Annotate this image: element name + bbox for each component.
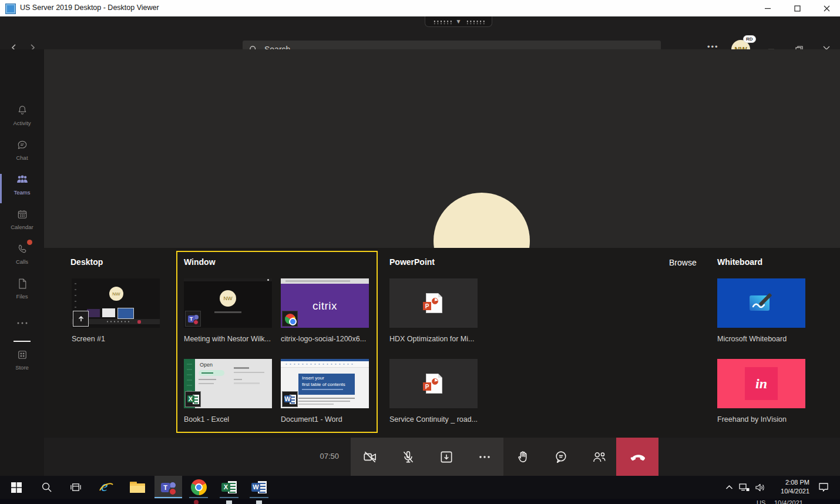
- mini-line: [234, 367, 249, 369]
- tile-label: Microsoft Whiteboard: [717, 335, 810, 343]
- tile-label: Meeting with Nestor Wilk...: [184, 335, 277, 343]
- teams-people-icon: [16, 174, 29, 186]
- task-view-icon: [70, 482, 81, 493]
- sidebar-item-activity[interactable]: Activity: [0, 105, 44, 126]
- remote-taskbar-sliver: US 10/4/2021: [0, 499, 840, 504]
- mini-line: [298, 401, 350, 402]
- share-tile-ms-whiteboard[interactable]: [717, 278, 805, 328]
- hang-up-icon: [629, 448, 646, 466]
- citrix-toolbar-grip[interactable]: ▼: [425, 16, 492, 27]
- mini-close-dot: [267, 279, 269, 281]
- volume-button[interactable]: [751, 476, 769, 499]
- taskbar-teams-button[interactable]: T: [154, 476, 182, 499]
- teams-app-icon: T: [161, 481, 176, 495]
- more-actions-button[interactable]: [465, 438, 503, 476]
- chrome-icon: [191, 479, 207, 495]
- share-tile-excel[interactable]: Open X: [184, 359, 272, 408]
- camera-off-icon: [362, 449, 378, 465]
- action-center-button[interactable]: [812, 476, 835, 499]
- sidebar-item-files[interactable]: Files: [0, 278, 44, 300]
- tile-label: Book1 - Excel: [184, 415, 277, 424]
- share-tile-ppt-hdx[interactable]: P: [389, 278, 478, 328]
- mini-line: [298, 404, 334, 405]
- file-explorer-button[interactable]: [125, 476, 150, 499]
- excel-button[interactable]: X: [216, 476, 242, 499]
- camera-off-button[interactable]: [351, 438, 389, 476]
- chat-button[interactable]: [542, 438, 580, 476]
- invision-app-icon: in: [745, 367, 778, 400]
- mic-off-button[interactable]: [389, 438, 427, 476]
- meeting-stage: NW: [44, 49, 840, 248]
- participants-button[interactable]: [580, 438, 618, 476]
- mini-url-bar: [285, 280, 350, 282]
- mini-hangup: [137, 320, 141, 324]
- word-button[interactable]: W: [246, 476, 272, 499]
- start-button[interactable]: [4, 476, 29, 499]
- network-status-button[interactable]: [735, 476, 753, 499]
- browse-button[interactable]: Browse: [669, 258, 697, 267]
- sidebar-item-store[interactable]: Store: [0, 349, 44, 371]
- folder-icon: [130, 482, 145, 493]
- chrome-running-indicator: [189, 497, 208, 498]
- share-tile-screen1[interactable]: NW: [72, 278, 160, 328]
- tile-label: Freehand by InVision: [717, 415, 810, 424]
- mini-word-callout: Insert your first table of contents: [298, 374, 355, 395]
- screen: US Server 2019 Desktop - Desktop Viewer …: [0, 0, 840, 504]
- mini-window-1: [87, 309, 100, 317]
- file-icon: [17, 278, 28, 290]
- sidebar-item-teams[interactable]: Teams: [0, 174, 44, 196]
- section-title-window: Window: [184, 257, 216, 267]
- share-button[interactable]: [427, 438, 465, 476]
- share-tile-citrix[interactable]: citrix: [281, 278, 369, 328]
- calendar-icon: [16, 209, 28, 220]
- desktop-viewer-app-icon: [5, 4, 16, 14]
- taskbar-search-button[interactable]: [33, 476, 59, 499]
- share-tile-invision[interactable]: in: [717, 359, 805, 408]
- grip-dots-left: [432, 19, 452, 24]
- section-title-desktop: Desktop: [70, 257, 103, 267]
- windows-logo-icon: [11, 482, 22, 493]
- tile-label: citrix-logo-social-1200x6...: [281, 335, 374, 343]
- search-icon: [41, 482, 52, 493]
- mini-line: [234, 382, 260, 384]
- people-icon: [591, 449, 607, 465]
- mini-line: [199, 383, 214, 384]
- chrome-button[interactable]: [186, 476, 211, 499]
- mini-avatar: NW: [109, 287, 123, 301]
- share-tile-meeting[interactable]: NW T: [184, 278, 272, 328]
- mini-line: [234, 372, 264, 373]
- os-maximize-button[interactable]: [784, 0, 811, 16]
- sidebar-item-calls[interactable]: Calls: [0, 243, 44, 265]
- volume-icon: [755, 483, 765, 492]
- share-tile-word[interactable]: Insert your first table of contents W: [281, 359, 369, 408]
- os-minimize-button[interactable]: [754, 0, 781, 16]
- section-title-whiteboard: Whiteboard: [717, 257, 762, 267]
- teams-sidebar: Activity Chat Teams C: [0, 49, 44, 476]
- mini-window-2: [102, 308, 115, 317]
- meeting-chat-icon: [553, 449, 569, 465]
- sidebar-item-chat[interactable]: Chat: [0, 139, 44, 161]
- hang-up-button[interactable]: [616, 438, 658, 476]
- teams-running-indicator: [154, 497, 182, 498]
- tile-label: HDX Optimization for Mi...: [389, 335, 482, 343]
- os-close-button[interactable]: [813, 0, 840, 16]
- clock-time: 2:08 PM: [767, 478, 809, 487]
- mini-open-label: Open: [200, 362, 213, 368]
- task-view-button[interactable]: [62, 476, 88, 499]
- sliver-word-bit: [256, 500, 262, 504]
- share-tile-ppt-service[interactable]: P: [389, 359, 478, 408]
- internet-explorer-button[interactable]: e: [93, 476, 119, 499]
- sidebar-more-button[interactable]: [0, 317, 44, 328]
- sidebar-divider: [14, 341, 31, 342]
- taskbar-clock[interactable]: 2:08 PM 10/4/2021: [767, 478, 809, 496]
- mini-ribbon-buttons: [284, 363, 355, 365]
- section-title-powerpoint: PowerPoint: [389, 257, 435, 267]
- store-apps-icon: [16, 349, 28, 361]
- mini-line: [298, 398, 355, 399]
- word-icon: W: [251, 481, 267, 495]
- sidebar-item-calendar[interactable]: Calendar: [0, 209, 44, 230]
- powerpoint-file-icon: P: [426, 374, 442, 394]
- chrome-app-icon: [282, 311, 298, 327]
- raise-hand-button[interactable]: [503, 438, 542, 476]
- chevron-up-icon: [725, 485, 733, 490]
